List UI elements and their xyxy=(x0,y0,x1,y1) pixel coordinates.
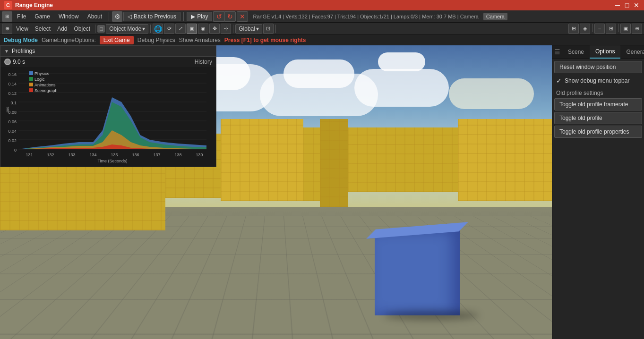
show-debug-label: Show debug menu topbar xyxy=(565,77,629,84)
back-label: Back to Previous xyxy=(134,13,176,20)
gameengine-options-label: GameEngineOptions: xyxy=(42,37,96,43)
show-debug-menu-topbar-item[interactable]: ✓ Show debug menu topbar xyxy=(554,75,642,87)
title-bar: C Range Engine ─ □ ✕ xyxy=(0,0,644,10)
tab-scene[interactable]: Scene xyxy=(562,46,590,58)
snap-icon[interactable]: ⊹ xyxy=(221,24,231,34)
viewport[interactable]: ▼ Profilings 9.0 s History 0.16 0.14 0.1… xyxy=(0,45,552,339)
camera-badge: Camera xyxy=(483,13,507,20)
profiling-controls: 9.0 s History xyxy=(0,57,216,67)
back-wall-4 xyxy=(320,119,347,207)
toolbar-select[interactable]: Select xyxy=(32,25,53,33)
svg-text:132: 132 xyxy=(47,153,54,157)
engine-info: RanGE v1.4 | Verts:132 | Faces:97 | Tris… xyxy=(249,14,482,19)
play-button[interactable]: ▶ Play xyxy=(187,12,212,21)
slider-handle[interactable] xyxy=(4,59,11,65)
dropdown-arrow: ▾ xyxy=(142,25,145,32)
svg-text:Logic: Logic xyxy=(34,77,45,82)
view-icon-2[interactable]: ◈ xyxy=(580,24,590,34)
menu-window[interactable]: Window xyxy=(55,12,83,21)
slider-area: 9.0 s xyxy=(4,59,25,65)
svg-rect-37 xyxy=(29,83,33,86)
object-mode-label: Object Mode xyxy=(109,25,141,32)
toolbar-add[interactable]: Add xyxy=(54,25,70,33)
svg-text:0: 0 xyxy=(14,148,17,153)
tab-general[interactable]: General xyxy=(620,46,644,58)
svg-text:131: 131 xyxy=(26,153,33,157)
layer-icon[interactable]: ⊡ xyxy=(263,24,274,34)
exit-game-button[interactable]: Exit Game xyxy=(100,36,134,44)
transform-icon-2[interactable]: ⤢ xyxy=(175,24,186,34)
main-area: ▼ Profilings 9.0 s History 0.16 0.14 0.1… xyxy=(0,45,644,339)
menu-sep-2 xyxy=(183,12,184,21)
toggle-old-profile-properties-button[interactable]: Toggle old profile properties xyxy=(554,126,642,138)
toggle-old-profile-button[interactable]: Toggle old profile xyxy=(554,112,642,124)
settings-icon[interactable]: ⚙ xyxy=(112,11,122,22)
check-icon: ✓ xyxy=(556,77,562,85)
play-icon: ▶ xyxy=(191,13,195,20)
redo-button[interactable]: ↻ xyxy=(224,11,236,22)
app-icon: C xyxy=(4,1,12,9)
svg-text:Scenegraph: Scenegraph xyxy=(34,88,58,93)
global-label: Global xyxy=(239,25,255,32)
toolbar-icon-1[interactable]: ⊕ xyxy=(2,24,12,34)
back-to-previous-button[interactable]: ◁ Back to Previous xyxy=(123,12,180,21)
app-title: Range Engine xyxy=(15,2,53,8)
dropdown-arrow-2: ▾ xyxy=(256,25,259,32)
toolbar-sep-2 xyxy=(150,25,151,33)
debug-bar: Debug Mode GameEngineOptions: Exit Game … xyxy=(0,35,644,45)
render-icon-2[interactable]: ⊞ xyxy=(606,24,616,34)
svg-text:0.1: 0.1 xyxy=(10,101,17,105)
toolbar: ⊕ View Select Add Object □ Object Mode ▾… xyxy=(0,23,644,35)
toggle-old-profile-framerate-button[interactable]: Toggle old profile framerate xyxy=(554,98,642,110)
toolbar-sep-5 xyxy=(592,24,592,32)
undo-redo-group: ↺ ↻ ✕ xyxy=(213,11,248,22)
app-menu-icon[interactable]: ⊞ xyxy=(2,11,12,22)
undo-button[interactable]: ↺ xyxy=(213,11,224,22)
object-mode-dropdown[interactable]: Object Mode ▾ xyxy=(106,24,148,34)
move-icon[interactable]: ✥ xyxy=(209,24,220,34)
panel-tabs: ☰ Scene Options General xyxy=(552,45,644,59)
object-mode-icon[interactable]: □ xyxy=(97,25,105,33)
menu-about[interactable]: About xyxy=(84,12,106,21)
toolbar-object[interactable]: Object xyxy=(71,25,94,33)
collapse-icon[interactable]: ▼ xyxy=(4,49,9,54)
back-wall-2 xyxy=(221,119,303,201)
profiling-panel: ▼ Profilings 9.0 s History 0.16 0.14 0.1… xyxy=(0,45,216,167)
svg-text:Animations: Animations xyxy=(34,83,56,87)
play-label: Play xyxy=(197,13,208,20)
press-f1-label: Press [F1] to get mouse rights xyxy=(224,37,306,43)
camera-icon-2[interactable]: ⊕ xyxy=(632,24,642,34)
select-icon-1[interactable]: ▣ xyxy=(187,24,197,34)
render-icon-1[interactable]: ≡ xyxy=(594,24,605,34)
stop-button[interactable]: ✕ xyxy=(237,11,248,22)
select-icon-2[interactable]: ◉ xyxy=(198,24,208,34)
tab-options[interactable]: Options xyxy=(590,45,620,59)
close-button[interactable]: ✕ xyxy=(633,1,640,9)
chart-area: 0.16 0.14 0.12 0.1 0.08 0.06 0.04 0.02 0… xyxy=(0,67,216,167)
right-toolbar: ⊞ ◈ ≡ ⊞ ▣ ⊕ xyxy=(568,24,642,34)
profiling-chart: 0.16 0.14 0.12 0.1 0.08 0.06 0.04 0.02 0… xyxy=(2,69,212,163)
transform-icon-1[interactable]: ⟳ xyxy=(164,24,174,34)
view-icon-1[interactable]: ⊞ xyxy=(568,24,579,34)
maximize-button[interactable]: □ xyxy=(623,1,631,9)
svg-text:135: 135 xyxy=(111,153,118,157)
reset-window-position-button[interactable]: Reset window position xyxy=(554,61,642,73)
debug-mode-label: Debug Mode xyxy=(4,37,38,43)
minimize-button[interactable]: ─ xyxy=(614,1,621,9)
menu-file[interactable]: File xyxy=(13,12,30,21)
svg-text:134: 134 xyxy=(89,153,96,157)
global-dropdown[interactable]: Global ▾ xyxy=(235,24,262,34)
toolbar-sep-1 xyxy=(95,25,95,33)
back-wall-6 xyxy=(458,119,552,201)
svg-text:133: 133 xyxy=(68,153,75,157)
toolbar-view[interactable]: View xyxy=(13,25,31,33)
svg-text:138: 138 xyxy=(174,153,181,157)
menu-game[interactable]: Game xyxy=(31,12,54,21)
blue-cube-container xyxy=(375,226,469,315)
show-armatures-button[interactable]: Show Armatures xyxy=(179,37,221,43)
panel-filter-icon[interactable]: ☰ xyxy=(552,45,562,59)
debug-physics-button[interactable]: Debug Physics xyxy=(137,37,175,43)
svg-text:Physics: Physics xyxy=(34,71,50,76)
camera-icon-1[interactable]: ▣ xyxy=(620,24,631,34)
globe-icon[interactable]: 🌐 xyxy=(153,24,163,34)
